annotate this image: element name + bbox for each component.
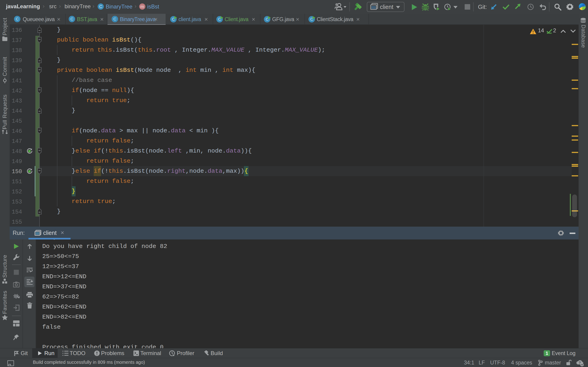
svg-text:C: C: [113, 17, 116, 21]
svg-text:?: ?: [579, 361, 581, 365]
svg-text:C: C: [16, 17, 19, 21]
svg-text:C: C: [70, 17, 73, 21]
